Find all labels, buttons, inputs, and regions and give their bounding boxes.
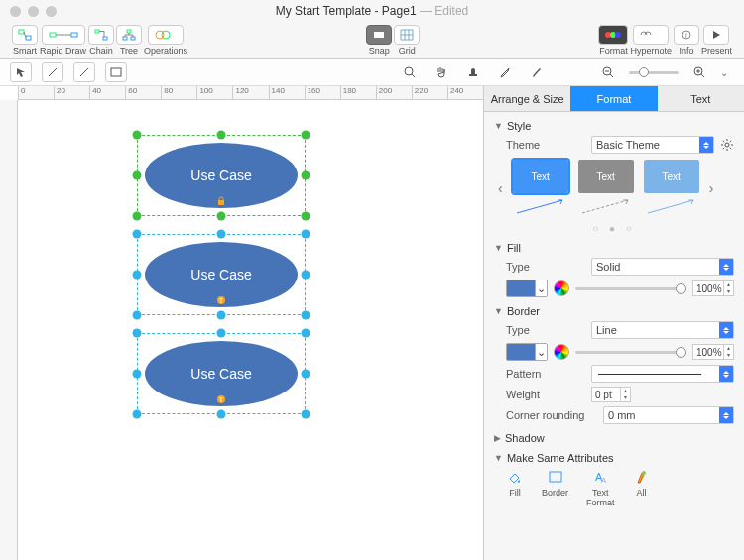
svg-rect-5 [103, 37, 107, 40]
connector-tool[interactable] [73, 62, 95, 82]
use-case-shape[interactable]: Use CaseT [137, 234, 306, 315]
inspector-panel: Arrange & Size Format Text ▼Style Theme … [483, 86, 744, 560]
window-titlebar: My Start Template - Page1 — Edited [0, 0, 744, 22]
svg-point-10 [162, 31, 170, 39]
svg-rect-4 [95, 30, 99, 33]
operations-tool[interactable]: Operations [144, 25, 187, 56]
sub-toolbar: ⌄ [0, 59, 744, 86]
svg-rect-6 [127, 30, 131, 33]
pattern-select[interactable] [591, 365, 734, 383]
zoom-slider[interactable] [629, 71, 679, 74]
border-opacity-field[interactable]: 100%▴▾ [692, 344, 734, 360]
theme-prev-icon[interactable]: ‹ [498, 180, 503, 196]
weight-field[interactable]: 0 pt▴▾ [591, 387, 631, 402]
svg-text:i: i [685, 31, 687, 40]
svg-rect-19 [469, 74, 477, 76]
use-case-shape[interactable]: Use CaseT [137, 333, 306, 414]
gear-icon[interactable] [720, 138, 734, 152]
theme-page-dots[interactable]: ○ ● ○ [494, 223, 734, 234]
chain-tool[interactable]: Chain [88, 25, 114, 56]
style-section-header[interactable]: ▼Style [494, 120, 734, 132]
hypernote-tool[interactable]: Hypernote [630, 25, 672, 56]
tab-text[interactable]: Text [658, 86, 744, 111]
border-type-label: Type [506, 324, 585, 336]
svg-rect-22 [218, 200, 224, 205]
ruler-vertical [0, 100, 18, 560]
weight-label: Weight [506, 389, 585, 400]
fill-color-wheel[interactable] [554, 280, 569, 296]
snap-tool[interactable]: Snap [366, 25, 392, 56]
main-toolbar: Smart Rapid Draw Chain Tree Operations S… [0, 22, 744, 59]
svg-text:T: T [219, 396, 224, 403]
fill-color-swatch[interactable]: ⌄ [506, 280, 548, 297]
corner-label: Corner rounding [506, 409, 597, 421]
theme-label: Theme [506, 139, 585, 151]
ruler-horizontal: 020406080100120140160180200220240 [18, 86, 483, 100]
use-case-shape[interactable]: Use Case [137, 135, 306, 216]
badge-icon: T [216, 295, 226, 305]
fill-opacity-field[interactable]: 100%▴▾ [692, 280, 734, 296]
text-tool[interactable] [105, 62, 127, 82]
shadow-section-header[interactable]: ▶Shadow [494, 432, 734, 444]
theme-card-3[interactable]: Text [644, 160, 699, 217]
grid-tool[interactable]: Grid [394, 25, 420, 56]
rapid-draw-tool[interactable]: Rapid Draw [40, 25, 86, 56]
svg-rect-1 [26, 36, 31, 40]
svg-point-13 [610, 32, 616, 38]
fill-opacity-slider[interactable] [575, 287, 686, 290]
zoom-out-icon[interactable] [597, 62, 619, 82]
canvas-area[interactable]: 020406080100120140160180200220240 Use Ca… [0, 86, 483, 560]
eyedropper-tool[interactable] [494, 62, 516, 82]
theme-select[interactable]: Basic Theme [591, 136, 714, 154]
theme-next-icon[interactable]: › [709, 180, 714, 196]
svg-point-15 [682, 31, 690, 39]
document-title: My Start Template - Page1 — Edited [276, 4, 469, 18]
badge-icon: T [216, 394, 226, 404]
zoom-in-icon[interactable] [688, 62, 710, 82]
fill-type-label: Type [506, 261, 585, 273]
svg-rect-3 [71, 33, 77, 37]
theme-card-2[interactable]: Text [578, 160, 634, 217]
svg-text:T: T [219, 297, 224, 304]
border-color-swatch[interactable]: ⌄ [506, 343, 548, 361]
same-all-button[interactable]: All [633, 468, 651, 507]
stamp-tool[interactable] [462, 62, 484, 82]
zoom-search-icon[interactable] [399, 62, 421, 82]
border-color-wheel[interactable] [554, 344, 569, 360]
tree-tool[interactable]: Tree [116, 25, 142, 56]
smart-tool[interactable]: Smart [12, 25, 38, 56]
same-attrs-header[interactable]: ▼Make Same Attributes [494, 452, 734, 464]
svg-point-12 [605, 32, 611, 38]
window-controls[interactable] [10, 6, 57, 17]
arrow-tool[interactable] [10, 62, 32, 82]
fill-type-select[interactable]: Solid [591, 258, 734, 276]
present-tool[interactable]: Present [701, 25, 732, 56]
format-tool[interactable]: Format [598, 25, 628, 56]
svg-point-31 [642, 471, 646, 475]
svg-rect-17 [111, 68, 121, 76]
same-fill-button[interactable]: Fill [506, 468, 524, 507]
svg-point-27 [725, 143, 729, 147]
corner-select[interactable]: 0 mm [603, 406, 734, 424]
same-border-button[interactable]: Border [542, 468, 568, 507]
svg-rect-28 [550, 472, 561, 482]
line-tool[interactable] [42, 62, 63, 82]
pattern-label: Pattern [506, 368, 585, 380]
border-type-select[interactable]: Line [591, 321, 734, 339]
svg-rect-8 [131, 37, 135, 40]
svg-rect-2 [50, 33, 56, 37]
svg-rect-0 [19, 30, 24, 34]
svg-point-9 [156, 31, 164, 39]
border-section-header[interactable]: ▼Border [494, 305, 734, 317]
zoom-dropdown-icon[interactable]: ⌄ [720, 67, 734, 78]
tab-format[interactable]: Format [570, 86, 657, 111]
border-opacity-slider[interactable] [575, 351, 686, 354]
tab-arrange-size[interactable]: Arrange & Size [484, 86, 570, 111]
theme-card-1[interactable]: Text [513, 160, 568, 217]
svg-rect-7 [123, 37, 127, 40]
hand-tool[interactable] [431, 62, 452, 82]
same-textformat-button[interactable]: AAText Format [586, 468, 615, 507]
brush-tool[interactable] [526, 62, 548, 82]
info-tool[interactable]: iInfo [674, 25, 699, 56]
fill-section-header[interactable]: ▼Fill [494, 242, 734, 254]
